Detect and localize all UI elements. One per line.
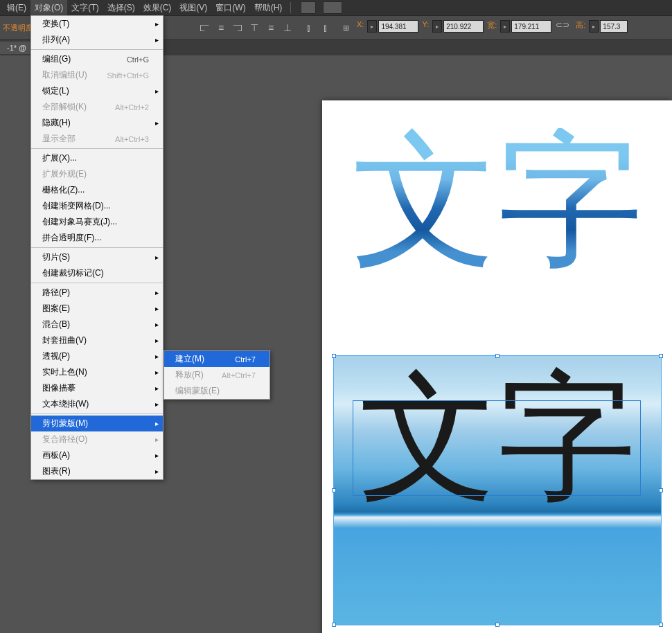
menu-item-label: 画板(A) <box>42 449 70 461</box>
menu-item[interactable]: 拼合透明度(F)... <box>31 230 163 246</box>
submenu-item-label: 编辑蒙版(E) <box>175 385 220 397</box>
menu-item[interactable]: 扩展(X)... <box>31 150 163 166</box>
menu-item-label: 扩展外观(E) <box>42 168 87 180</box>
h-label: 高: <box>576 20 585 35</box>
align-group: ⫍ ≡ ⫎ ⊤ ≡ ⊥ <box>197 20 295 35</box>
menu-item[interactable]: 锁定(L) <box>31 83 163 99</box>
menu-item-label: 隐藏(H) <box>42 117 71 129</box>
h-stepper[interactable]: ▸ <box>589 20 599 33</box>
menu-item[interactable]: 文本绕排(W) <box>31 396 163 412</box>
menu-item-label: 剪切蒙版(M) <box>42 418 88 429</box>
menu-item-label: 图像描摹 <box>42 382 76 394</box>
link-wh-icon[interactable]: ⊂⊃ <box>556 20 569 35</box>
handle-bc[interactable] <box>495 623 499 627</box>
object-menu-dropdown: 变换(T)排列(A)编组(G)Ctrl+G取消编组(U)Shift+Ctrl+G… <box>30 15 163 480</box>
menu-item-label: 封套扭曲(V) <box>42 335 87 346</box>
menu-item[interactable]: 变换(T) <box>31 16 163 32</box>
menu-separator <box>31 413 163 414</box>
menu-type[interactable]: 文字(T) <box>67 0 103 16</box>
submenu-item: 释放(R)Alt+Ctrl+7 <box>164 367 269 383</box>
x-input[interactable]: 194.381 <box>378 20 418 33</box>
menu-item[interactable]: 透视(P) <box>31 348 163 364</box>
w-input[interactable]: 179.211 <box>511 20 551 33</box>
submenu-item-label: 建立(M) <box>175 353 204 365</box>
menu-item[interactable]: 剪切蒙版(M) <box>31 416 163 431</box>
handle-bl[interactable] <box>332 623 336 627</box>
menu-item[interactable]: 排列(A) <box>31 32 163 48</box>
h-input[interactable]: 157.3 <box>600 20 628 33</box>
submenu-item-label: 释放(R) <box>175 369 204 381</box>
menu-view[interactable]: 视图(V) <box>175 0 211 16</box>
menu-item-label: 编组(G) <box>42 53 71 65</box>
menu-item-label: 创建裁切标记(C) <box>42 267 104 279</box>
menu-shortcut: Alt+Ctrl+7 <box>213 371 256 380</box>
menu-item[interactable]: 栅格化(Z)... <box>31 182 163 198</box>
menu-item-label: 创建对象马赛克(J)... <box>42 216 117 228</box>
distribute-group: ⫿ ⫿ <box>301 20 333 35</box>
reference-point-icon[interactable]: ⊞ <box>338 20 353 35</box>
align-top-icon[interactable]: ⊤ <box>247 20 262 35</box>
menu-edit[interactable]: 辑(E) <box>3 0 30 16</box>
y-input[interactable]: 210.922 <box>443 20 484 33</box>
menu-item: 复合路径(O) <box>31 431 163 447</box>
handle-tr[interactable] <box>659 354 663 358</box>
menu-item[interactable]: 图表(R) <box>31 463 163 479</box>
selection-bounding-box <box>333 355 662 625</box>
distribute-h-icon[interactable]: ⫿ <box>301 20 316 35</box>
artboard[interactable]: 文字 文字 <box>322 100 672 633</box>
masked-text-result[interactable]: 文字 <box>352 128 643 274</box>
align-hcenter-icon[interactable]: ≡ <box>213 20 229 35</box>
handle-tl[interactable] <box>332 354 336 358</box>
menu-window[interactable]: 窗口(W) <box>211 0 249 16</box>
y-stepper[interactable]: ▸ <box>432 20 442 33</box>
menu-item[interactable]: 创建对象马赛克(J)... <box>31 214 163 230</box>
menu-item[interactable]: 路径(P) <box>31 285 163 301</box>
align-left-icon[interactable]: ⫍ <box>197 20 212 35</box>
handle-tc[interactable] <box>495 354 499 358</box>
menu-help[interactable]: 帮助(H) <box>250 0 287 16</box>
distribute-v-icon[interactable]: ⫿ <box>317 20 333 35</box>
menu-effect[interactable]: 效果(C) <box>139 0 176 16</box>
align-right-icon[interactable]: ⫎ <box>230 20 245 35</box>
menu-item[interactable]: 编组(G)Ctrl+G <box>31 51 163 67</box>
bridge-icon[interactable] <box>301 1 316 14</box>
menu-item[interactable]: 图像描摹 <box>31 380 163 396</box>
menu-item[interactable]: 封套扭曲(V) <box>31 332 163 348</box>
align-vcenter-icon[interactable]: ≡ <box>263 20 278 35</box>
menu-item-label: 栅格化(Z)... <box>42 184 85 196</box>
menu-item-label: 透视(P) <box>42 350 70 362</box>
menu-item-label: 取消编组(U) <box>42 69 87 81</box>
menu-item[interactable]: 实时上色(N) <box>31 364 163 380</box>
document-tab[interactable]: -1* @ <box>0 42 34 54</box>
menu-item[interactable]: 创建渐变网格(D)... <box>31 198 163 214</box>
menu-item[interactable]: 切片(S) <box>31 249 163 265</box>
transform-panel: ⊞ X: ▸ 194.381 Y: ▸ 210.922 宽: ▸ 179.211… <box>338 20 628 35</box>
menu-item[interactable]: 隐藏(H) <box>31 115 163 131</box>
clipping-mask-submenu: 建立(M)Ctrl+7释放(R)Alt+Ctrl+7编辑蒙版(E) <box>163 350 270 400</box>
handle-ml[interactable] <box>332 488 336 492</box>
menu-item-label: 路径(P) <box>42 287 70 298</box>
menu-item[interactable]: 混合(B) <box>31 316 163 332</box>
menu-separator <box>31 247 163 248</box>
w-stepper[interactable]: ▸ <box>500 20 510 33</box>
menu-item[interactable]: 创建裁切标记(C) <box>31 265 163 281</box>
menu-item-label: 图案(E) <box>42 303 70 314</box>
menu-object[interactable]: 对象(O) <box>30 0 67 16</box>
x-stepper[interactable]: ▸ <box>367 20 377 33</box>
arrange-docs-icon[interactable] <box>323 1 342 14</box>
menu-item-label: 显示全部 <box>42 133 76 145</box>
menu-bar: 辑(E) 对象(O) 文字(T) 选择(S) 效果(C) 视图(V) 窗口(W)… <box>0 0 672 15</box>
menu-item[interactable]: 图案(E) <box>31 301 163 316</box>
handle-mr[interactable] <box>659 488 663 492</box>
menu-item: 显示全部Alt+Ctrl+3 <box>31 131 163 147</box>
menu-select[interactable]: 选择(S) <box>103 0 139 16</box>
submenu-item[interactable]: 建立(M)Ctrl+7 <box>164 351 269 367</box>
menu-item-label: 扩展(X)... <box>42 152 77 164</box>
menu-item-label: 文本绕排(W) <box>42 398 89 410</box>
menu-shortcut: Alt+Ctrl+2 <box>107 103 149 112</box>
menu-item: 取消编组(U)Shift+Ctrl+G <box>31 67 163 83</box>
separator <box>290 2 291 13</box>
align-bottom-icon[interactable]: ⊥ <box>280 20 295 35</box>
handle-br[interactable] <box>659 623 663 627</box>
menu-item[interactable]: 画板(A) <box>31 447 163 463</box>
